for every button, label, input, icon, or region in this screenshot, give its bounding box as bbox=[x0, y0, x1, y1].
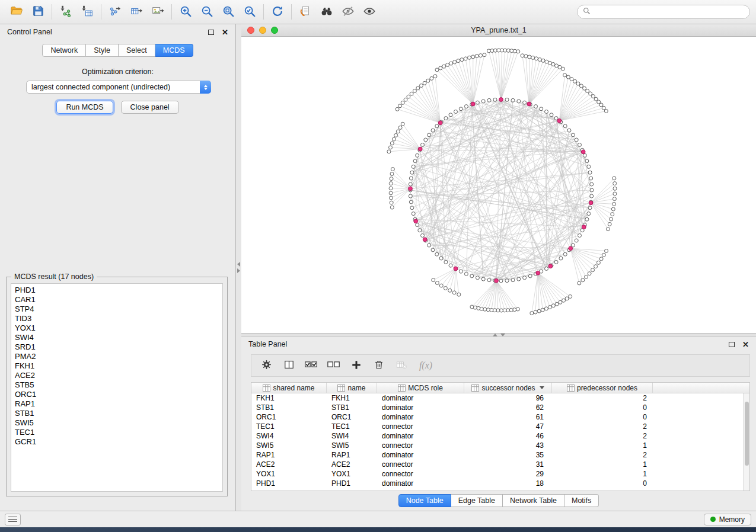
float-table-panel-button[interactable] bbox=[729, 342, 735, 347]
import-network-button[interactable] bbox=[55, 2, 76, 21]
table-row[interactable]: SWI4SWI4dominator462 bbox=[251, 431, 749, 441]
minimize-window-button[interactable] bbox=[259, 27, 266, 34]
collapse-right-icon bbox=[237, 268, 240, 273]
folder-icon bbox=[9, 5, 24, 20]
delete-column-button[interactable] bbox=[369, 357, 389, 374]
save-session-button[interactable] bbox=[27, 2, 49, 21]
table-tabs: Node TableEdge TableNetwork TableMotifs bbox=[241, 494, 756, 507]
collapse-left-icon bbox=[237, 262, 240, 267]
mcds-result-item[interactable]: STP4 bbox=[11, 305, 222, 314]
find-button[interactable] bbox=[316, 2, 337, 21]
mcds-result-item[interactable]: STB1 bbox=[11, 409, 222, 418]
function-builder-button[interactable]: f(x) bbox=[414, 357, 434, 374]
toolbar-separator bbox=[291, 4, 292, 20]
close-panel-button-2[interactable]: Close panel bbox=[121, 101, 179, 114]
cell-name: SWI4 bbox=[327, 432, 377, 440]
control-panel-tabs: NetworkStyleSelectMCDS bbox=[0, 44, 235, 57]
export-image-button[interactable] bbox=[147, 2, 168, 21]
table-scrollbar[interactable] bbox=[743, 393, 749, 491]
maximize-window-button[interactable] bbox=[271, 27, 278, 34]
optimization-criterion-select[interactable]: largest connected component (undirected) bbox=[26, 81, 211, 94]
refresh-view-button[interactable] bbox=[267, 2, 288, 21]
tab-node-table[interactable]: Node Table bbox=[398, 494, 451, 507]
tab-style[interactable]: Style bbox=[86, 44, 119, 57]
hide-unselected-button[interactable] bbox=[337, 2, 359, 21]
cell-successor-nodes: 62 bbox=[464, 403, 552, 412]
deselect-all-columns-button[interactable] bbox=[324, 357, 344, 374]
mcds-result-item[interactable]: CAR1 bbox=[11, 295, 222, 305]
plus-icon bbox=[351, 360, 362, 372]
zoom-fit-button[interactable] bbox=[218, 2, 239, 21]
show-all-button[interactable] bbox=[359, 2, 380, 21]
cell-name: SWI5 bbox=[327, 441, 377, 450]
table-row[interactable]: YOX1YOX1connector291 bbox=[251, 469, 749, 479]
column-header-successor-nodes[interactable]: successor nodes bbox=[464, 383, 552, 393]
workspace: Control Panel ✕ NetworkStyleSelectMCDS O… bbox=[0, 24, 756, 511]
table-row[interactable]: FKH1FKH1dominator962 bbox=[251, 393, 749, 403]
mcds-result-item[interactable]: GCR1 bbox=[11, 437, 222, 447]
mcds-result-item[interactable]: ORC1 bbox=[11, 390, 222, 399]
mcds-result-item[interactable]: TID3 bbox=[11, 314, 222, 323]
tab-edge-table[interactable]: Edge Table bbox=[451, 494, 503, 507]
column-header-predecessor-nodes[interactable]: predecessor nodes bbox=[552, 383, 653, 393]
delete-table-button[interactable] bbox=[391, 357, 412, 374]
close-window-button[interactable] bbox=[247, 27, 254, 34]
run-mcds-button[interactable]: Run MCDS bbox=[56, 101, 113, 114]
cell-mcds-role: dominator bbox=[377, 403, 464, 412]
create-column-button[interactable] bbox=[346, 357, 366, 374]
mcds-result-item[interactable]: SRD1 bbox=[11, 342, 222, 352]
status-menu-button[interactable] bbox=[5, 514, 21, 525]
table-row[interactable]: RAP1RAP1dominator352 bbox=[251, 450, 749, 460]
mcds-result-item[interactable]: RAP1 bbox=[11, 399, 222, 409]
toolbar-separator bbox=[101, 4, 101, 20]
table-row[interactable]: STB1STB1dominator620 bbox=[251, 403, 749, 412]
select-all-columns-button[interactable] bbox=[301, 357, 321, 374]
export-table-button[interactable] bbox=[126, 2, 147, 21]
column-header-name[interactable]: name bbox=[327, 383, 377, 393]
copy-view-button[interactable] bbox=[295, 2, 316, 21]
table-settings-button[interactable] bbox=[256, 357, 276, 374]
float-panel-button[interactable] bbox=[208, 30, 214, 35]
mcds-result-item[interactable]: YOX1 bbox=[11, 323, 222, 333]
mcds-result-item[interactable]: STB5 bbox=[11, 380, 222, 390]
memory-button[interactable]: Memory bbox=[704, 514, 751, 525]
vertical-splitter[interactable] bbox=[236, 24, 241, 511]
network-graph[interactable] bbox=[241, 37, 756, 333]
mcds-result-item[interactable]: PHD1 bbox=[11, 286, 222, 295]
mcds-result-item[interactable]: TEC1 bbox=[11, 428, 222, 437]
table-row[interactable]: ORC1ORC1dominator610 bbox=[251, 412, 749, 422]
table-row[interactable]: ACE2ACE2connector311 bbox=[251, 460, 749, 469]
control-panel-header: Control Panel ✕ bbox=[0, 24, 235, 40]
tab-network[interactable]: Network bbox=[42, 44, 86, 57]
export-network-button[interactable] bbox=[104, 2, 126, 21]
cell-mcds-role: dominator bbox=[377, 394, 464, 402]
table-row[interactable]: TEC1TEC1connector472 bbox=[251, 422, 749, 431]
table-row[interactable]: SWI5SWI5connector431 bbox=[251, 441, 749, 450]
tab-select[interactable]: Select bbox=[119, 44, 155, 57]
scrollbar-thumb[interactable] bbox=[745, 402, 749, 466]
tab-mcds[interactable]: MCDS bbox=[155, 44, 193, 57]
zoom-in-button[interactable] bbox=[175, 2, 196, 21]
mcds-result-item[interactable]: PMA2 bbox=[11, 352, 222, 361]
tab-network-table[interactable]: Network Table bbox=[503, 494, 564, 507]
table-panel-title: Table Panel bbox=[248, 340, 287, 348]
mcds-result-item[interactable]: SWI4 bbox=[11, 333, 222, 342]
close-panel-button[interactable]: ✕ bbox=[222, 28, 228, 36]
column-header-shared-name[interactable]: shared name bbox=[251, 383, 327, 393]
show-columns-button[interactable] bbox=[279, 357, 299, 374]
column-header-mcds-role[interactable]: MCDS role bbox=[377, 383, 464, 393]
tab-motifs[interactable]: Motifs bbox=[564, 494, 599, 507]
open-file-button[interactable] bbox=[6, 2, 27, 21]
table-row[interactable]: PHD1PHD1dominator180 bbox=[251, 479, 749, 488]
mcds-result-item[interactable]: ACE2 bbox=[11, 371, 222, 380]
zoom-out-button[interactable] bbox=[196, 2, 218, 21]
mcds-result-item[interactable]: FKH1 bbox=[11, 361, 222, 371]
table-panel: Table Panel ✕ f(x) shared namenameM bbox=[241, 336, 756, 511]
mcds-result-item[interactable]: SWI5 bbox=[11, 418, 222, 428]
zoom-selected-button[interactable] bbox=[239, 2, 260, 21]
import-table-button[interactable] bbox=[76, 2, 98, 21]
close-table-panel-button[interactable]: ✕ bbox=[742, 341, 749, 348]
collapse-up-icon bbox=[493, 334, 497, 336]
search-input[interactable] bbox=[594, 8, 744, 16]
cell-predecessor-nodes: 2 bbox=[552, 422, 653, 431]
